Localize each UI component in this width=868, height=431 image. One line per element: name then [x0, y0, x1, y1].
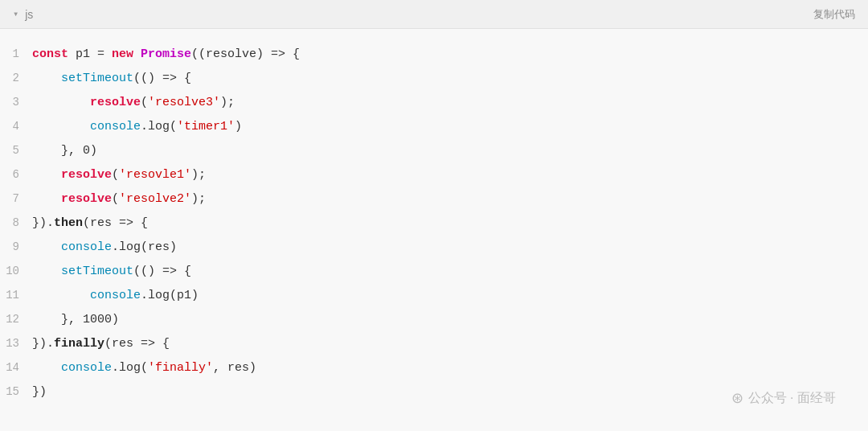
- line-number: 10: [0, 259, 32, 283]
- line-number: 14: [0, 355, 32, 380]
- line-code: console.log('finally', res): [32, 356, 256, 380]
- table-row: 14 console.log('finally', res): [0, 355, 868, 380]
- table-row: 2 setTimeout(() => {: [0, 66, 868, 90]
- line-code: console.log('timer1'): [32, 115, 242, 139]
- table-row: 7 resolve('resolve2');: [0, 187, 868, 211]
- table-row: 13}).finally(res => {: [0, 331, 868, 355]
- line-number: 5: [0, 138, 32, 162]
- line-number: 3: [0, 90, 32, 114]
- line-code: setTimeout(() => {: [32, 67, 191, 91]
- header-left: ▾ js: [13, 8, 33, 21]
- line-number: 2: [0, 66, 32, 90]
- watermark: ⊛ 公众号 · 面经哥: [731, 389, 836, 407]
- table-row: 10 setTimeout(() => {: [0, 259, 868, 283]
- line-code: console.log(res): [32, 236, 177, 260]
- code-body: 1const p1 = new Promise((resolve) => {2 …: [0, 29, 868, 431]
- line-number: 13: [0, 331, 32, 355]
- line-number: 1: [0, 42, 32, 66]
- table-row: 1const p1 = new Promise((resolve) => {: [0, 42, 868, 66]
- line-number: 6: [0, 162, 32, 187]
- table-row: 4 console.log('timer1'): [0, 114, 868, 138]
- line-code: }).then(res => {: [32, 211, 148, 236]
- line-number: 9: [0, 235, 32, 259]
- line-code: }): [32, 380, 47, 404]
- table-row: 6 resolve('resovle1');: [0, 162, 868, 187]
- wechat-icon: ⊛: [731, 389, 743, 407]
- table-row: 5 }, 0): [0, 138, 868, 162]
- line-number: 7: [0, 187, 32, 211]
- code-header: ▾ js 复制代码: [0, 0, 868, 29]
- line-number: 11: [0, 283, 32, 307]
- language-label: js: [25, 8, 33, 21]
- line-number: 12: [0, 307, 32, 331]
- line-code: }, 1000): [32, 308, 119, 332]
- line-code: resolve('resolve3');: [32, 91, 235, 115]
- code-container: ▾ js 复制代码 1const p1 = new Promise((resol…: [0, 0, 868, 431]
- copy-button[interactable]: 复制代码: [813, 7, 855, 22]
- line-code: }).finally(res => {: [32, 332, 170, 356]
- table-row: 8}).then(res => {: [0, 211, 868, 235]
- line-number: 8: [0, 211, 32, 235]
- line-code: const p1 = new Promise((resolve) => {: [32, 43, 300, 67]
- line-number: 4: [0, 114, 32, 138]
- line-code: setTimeout(() => {: [32, 260, 191, 284]
- watermark-text: 公众号 · 面经哥: [748, 390, 836, 407]
- table-row: 3 resolve('resolve3');: [0, 90, 868, 114]
- line-code: resolve('resovle1');: [32, 163, 206, 187]
- table-row: 9 console.log(res): [0, 235, 868, 259]
- code-lines: 1const p1 = new Promise((resolve) => {2 …: [0, 42, 868, 404]
- table-row: 12 }, 1000): [0, 307, 868, 331]
- table-row: 11 console.log(p1): [0, 283, 868, 307]
- chevron-down-icon: ▾: [13, 8, 18, 20]
- line-code: console.log(p1): [32, 284, 199, 308]
- line-number: 15: [0, 380, 32, 404]
- line-code: resolve('resolve2');: [32, 187, 206, 211]
- line-code: }, 0): [32, 139, 97, 163]
